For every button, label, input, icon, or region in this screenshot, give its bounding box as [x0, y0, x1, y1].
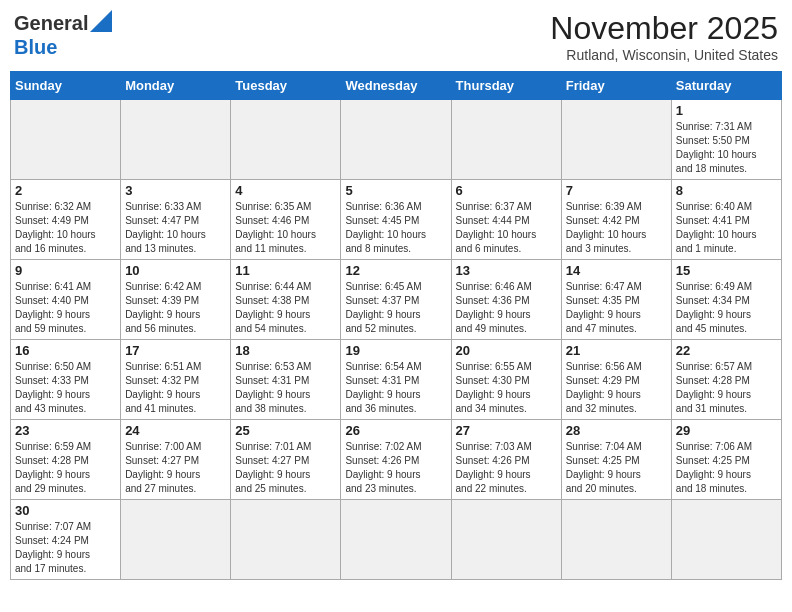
day-info: Sunrise: 6:32 AM Sunset: 4:49 PM Dayligh…: [15, 200, 116, 256]
day-info: Sunrise: 6:35 AM Sunset: 4:46 PM Dayligh…: [235, 200, 336, 256]
calendar-day-cell: [11, 100, 121, 180]
day-info: Sunrise: 7:02 AM Sunset: 4:26 PM Dayligh…: [345, 440, 446, 496]
day-info: Sunrise: 6:59 AM Sunset: 4:28 PM Dayligh…: [15, 440, 116, 496]
day-number: 16: [15, 343, 116, 358]
location-title: Rutland, Wisconsin, United States: [550, 47, 778, 63]
calendar-week-row: 16Sunrise: 6:50 AM Sunset: 4:33 PM Dayli…: [11, 340, 782, 420]
day-info: Sunrise: 7:04 AM Sunset: 4:25 PM Dayligh…: [566, 440, 667, 496]
day-info: Sunrise: 6:56 AM Sunset: 4:29 PM Dayligh…: [566, 360, 667, 416]
calendar-day-cell: 11Sunrise: 6:44 AM Sunset: 4:38 PM Dayli…: [231, 260, 341, 340]
calendar-day-cell: 30Sunrise: 7:07 AM Sunset: 4:24 PM Dayli…: [11, 500, 121, 580]
calendar-day-cell: 15Sunrise: 6:49 AM Sunset: 4:34 PM Dayli…: [671, 260, 781, 340]
day-info: Sunrise: 6:49 AM Sunset: 4:34 PM Dayligh…: [676, 280, 777, 336]
weekday-header-row: SundayMondayTuesdayWednesdayThursdayFrid…: [11, 72, 782, 100]
day-info: Sunrise: 6:41 AM Sunset: 4:40 PM Dayligh…: [15, 280, 116, 336]
calendar-week-row: 1Sunrise: 7:31 AM Sunset: 5:50 PM Daylig…: [11, 100, 782, 180]
svg-marker-0: [90, 10, 112, 32]
calendar-day-cell: [231, 500, 341, 580]
day-info: Sunrise: 7:07 AM Sunset: 4:24 PM Dayligh…: [15, 520, 116, 576]
weekday-header-saturday: Saturday: [671, 72, 781, 100]
calendar-day-cell: 17Sunrise: 6:51 AM Sunset: 4:32 PM Dayli…: [121, 340, 231, 420]
day-info: Sunrise: 6:36 AM Sunset: 4:45 PM Dayligh…: [345, 200, 446, 256]
day-number: 2: [15, 183, 116, 198]
day-number: 21: [566, 343, 667, 358]
day-number: 9: [15, 263, 116, 278]
calendar-day-cell: [121, 500, 231, 580]
calendar-day-cell: 1Sunrise: 7:31 AM Sunset: 5:50 PM Daylig…: [671, 100, 781, 180]
calendar-day-cell: 8Sunrise: 6:40 AM Sunset: 4:41 PM Daylig…: [671, 180, 781, 260]
day-info: Sunrise: 6:40 AM Sunset: 4:41 PM Dayligh…: [676, 200, 777, 256]
calendar-day-cell: 13Sunrise: 6:46 AM Sunset: 4:36 PM Dayli…: [451, 260, 561, 340]
day-number: 8: [676, 183, 777, 198]
calendar-table: SundayMondayTuesdayWednesdayThursdayFrid…: [10, 71, 782, 580]
calendar-day-cell: [121, 100, 231, 180]
weekday-header-wednesday: Wednesday: [341, 72, 451, 100]
calendar-day-cell: 3Sunrise: 6:33 AM Sunset: 4:47 PM Daylig…: [121, 180, 231, 260]
day-number: 7: [566, 183, 667, 198]
calendar-day-cell: 14Sunrise: 6:47 AM Sunset: 4:35 PM Dayli…: [561, 260, 671, 340]
calendar-day-cell: [451, 100, 561, 180]
day-number: 20: [456, 343, 557, 358]
calendar-day-cell: 20Sunrise: 6:55 AM Sunset: 4:30 PM Dayli…: [451, 340, 561, 420]
weekday-header-thursday: Thursday: [451, 72, 561, 100]
calendar-day-cell: [561, 100, 671, 180]
weekday-header-tuesday: Tuesday: [231, 72, 341, 100]
calendar-day-cell: [341, 100, 451, 180]
day-info: Sunrise: 7:31 AM Sunset: 5:50 PM Dayligh…: [676, 120, 777, 176]
calendar-day-cell: 7Sunrise: 6:39 AM Sunset: 4:42 PM Daylig…: [561, 180, 671, 260]
logo-blue-text: Blue: [14, 36, 57, 58]
calendar-week-row: 23Sunrise: 6:59 AM Sunset: 4:28 PM Dayli…: [11, 420, 782, 500]
calendar-day-cell: 19Sunrise: 6:54 AM Sunset: 4:31 PM Dayli…: [341, 340, 451, 420]
calendar-day-cell: 2Sunrise: 6:32 AM Sunset: 4:49 PM Daylig…: [11, 180, 121, 260]
day-number: 6: [456, 183, 557, 198]
calendar-day-cell: 29Sunrise: 7:06 AM Sunset: 4:25 PM Dayli…: [671, 420, 781, 500]
logo: General Blue: [14, 10, 112, 59]
weekday-header-sunday: Sunday: [11, 72, 121, 100]
day-info: Sunrise: 6:46 AM Sunset: 4:36 PM Dayligh…: [456, 280, 557, 336]
day-number: 10: [125, 263, 226, 278]
page-header: General Blue November 2025 Rutland, Wisc…: [10, 10, 782, 63]
day-number: 26: [345, 423, 446, 438]
day-info: Sunrise: 6:55 AM Sunset: 4:30 PM Dayligh…: [456, 360, 557, 416]
day-info: Sunrise: 6:57 AM Sunset: 4:28 PM Dayligh…: [676, 360, 777, 416]
weekday-header-friday: Friday: [561, 72, 671, 100]
day-info: Sunrise: 6:33 AM Sunset: 4:47 PM Dayligh…: [125, 200, 226, 256]
calendar-day-cell: [341, 500, 451, 580]
calendar-day-cell: 4Sunrise: 6:35 AM Sunset: 4:46 PM Daylig…: [231, 180, 341, 260]
day-info: Sunrise: 6:51 AM Sunset: 4:32 PM Dayligh…: [125, 360, 226, 416]
calendar-day-cell: 21Sunrise: 6:56 AM Sunset: 4:29 PM Dayli…: [561, 340, 671, 420]
day-number: 19: [345, 343, 446, 358]
calendar-day-cell: 25Sunrise: 7:01 AM Sunset: 4:27 PM Dayli…: [231, 420, 341, 500]
calendar-day-cell: 26Sunrise: 7:02 AM Sunset: 4:26 PM Dayli…: [341, 420, 451, 500]
day-info: Sunrise: 6:45 AM Sunset: 4:37 PM Dayligh…: [345, 280, 446, 336]
day-number: 24: [125, 423, 226, 438]
logo-text: General: [14, 12, 88, 35]
calendar-day-cell: 27Sunrise: 7:03 AM Sunset: 4:26 PM Dayli…: [451, 420, 561, 500]
title-block: November 2025 Rutland, Wisconsin, United…: [550, 10, 778, 63]
calendar-week-row: 30Sunrise: 7:07 AM Sunset: 4:24 PM Dayli…: [11, 500, 782, 580]
calendar-day-cell: [671, 500, 781, 580]
day-number: 5: [345, 183, 446, 198]
calendar-week-row: 2Sunrise: 6:32 AM Sunset: 4:49 PM Daylig…: [11, 180, 782, 260]
calendar-day-cell: 6Sunrise: 6:37 AM Sunset: 4:44 PM Daylig…: [451, 180, 561, 260]
day-number: 15: [676, 263, 777, 278]
calendar-day-cell: 28Sunrise: 7:04 AM Sunset: 4:25 PM Dayli…: [561, 420, 671, 500]
day-info: Sunrise: 7:06 AM Sunset: 4:25 PM Dayligh…: [676, 440, 777, 496]
day-info: Sunrise: 6:50 AM Sunset: 4:33 PM Dayligh…: [15, 360, 116, 416]
day-info: Sunrise: 6:39 AM Sunset: 4:42 PM Dayligh…: [566, 200, 667, 256]
month-title: November 2025: [550, 10, 778, 47]
day-number: 17: [125, 343, 226, 358]
calendar-day-cell: 16Sunrise: 6:50 AM Sunset: 4:33 PM Dayli…: [11, 340, 121, 420]
weekday-header-monday: Monday: [121, 72, 231, 100]
calendar-day-cell: 18Sunrise: 6:53 AM Sunset: 4:31 PM Dayli…: [231, 340, 341, 420]
day-number: 12: [345, 263, 446, 278]
day-number: 29: [676, 423, 777, 438]
day-info: Sunrise: 7:03 AM Sunset: 4:26 PM Dayligh…: [456, 440, 557, 496]
calendar-week-row: 9Sunrise: 6:41 AM Sunset: 4:40 PM Daylig…: [11, 260, 782, 340]
day-number: 18: [235, 343, 336, 358]
day-number: 23: [15, 423, 116, 438]
calendar-day-cell: [451, 500, 561, 580]
day-info: Sunrise: 6:53 AM Sunset: 4:31 PM Dayligh…: [235, 360, 336, 416]
day-info: Sunrise: 6:44 AM Sunset: 4:38 PM Dayligh…: [235, 280, 336, 336]
day-number: 27: [456, 423, 557, 438]
